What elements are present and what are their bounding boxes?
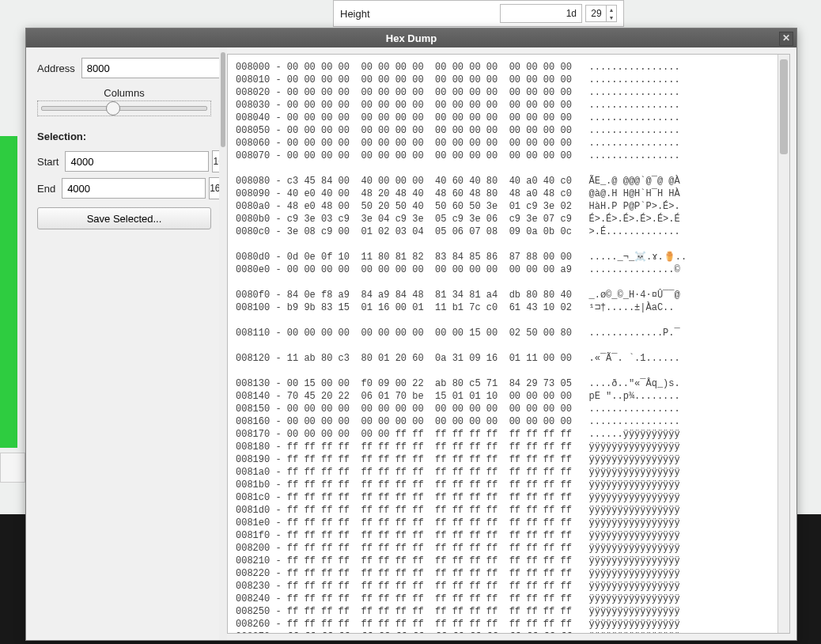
height-label: Height	[340, 8, 500, 20]
hex-scrollbar-thumb[interactable]	[780, 59, 788, 154]
hex-view: 008000 - 00 00 00 00 00 00 00 00 00 00 0…	[227, 54, 790, 634]
end-label: End	[37, 183, 55, 195]
address-hex-input[interactable]	[81, 58, 225, 78]
dialog-titlebar[interactable]: Hex Dump ✕	[26, 28, 796, 47]
bg-property-row: Height 1d 29 ▲ ▼	[333, 0, 624, 27]
hex-dump-dialog: Hex Dump ✕ Address 32768 ▲ ▼ Columns	[25, 28, 797, 641]
height-hex-value[interactable]: 1d	[500, 4, 582, 23]
dialog-title: Hex Dump	[386, 32, 437, 44]
start-hex-input[interactable]	[65, 151, 209, 172]
columns-slider-wrap	[37, 100, 211, 116]
address-label: Address	[37, 63, 75, 74]
left-panel: Address 32768 ▲ ▼ Columns Selection:	[26, 47, 219, 640]
start-label: Start	[37, 156, 59, 168]
height-spinner-value: 29	[591, 8, 601, 19]
hex-content[interactable]: 008000 - 00 00 00 00 00 00 00 00 00 00 0…	[228, 55, 778, 633]
slider-thumb[interactable]	[106, 101, 120, 116]
columns-label: Columns	[37, 87, 211, 99]
height-spinner[interactable]: 29 ▲ ▼	[585, 5, 617, 22]
hex-scrollbar[interactable]	[777, 55, 789, 633]
left-gutter-scrollbar[interactable]	[219, 47, 227, 640]
spin-up-icon[interactable]: ▲	[607, 6, 616, 13]
end-hex-input[interactable]	[62, 178, 206, 199]
save-selected-button[interactable]: Save Selected...	[37, 207, 211, 229]
columns-slider[interactable]	[41, 106, 207, 111]
bg-toolbar-strip	[0, 453, 25, 483]
selection-label: Selection:	[37, 131, 211, 142]
spin-down-icon[interactable]: ▼	[607, 13, 616, 21]
close-button[interactable]: ✕	[779, 32, 793, 46]
bg-green-strip	[0, 136, 17, 448]
gutter-thumb[interactable]	[221, 52, 225, 147]
